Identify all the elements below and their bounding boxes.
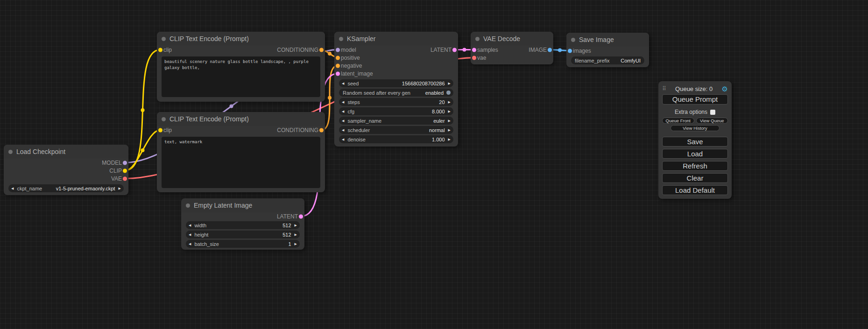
node-ksampler[interactable]: KSampler model LATENT positive negative … — [334, 32, 458, 147]
node-title: VAE Decode — [483, 35, 520, 42]
node-title-bar[interactable]: Save Image — [566, 33, 649, 47]
load-button[interactable]: Load — [662, 149, 728, 159]
increment-arrow-icon[interactable]: ▶ — [119, 187, 121, 190]
refresh-button[interactable]: Refresh — [662, 161, 728, 171]
output-slot-image[interactable] — [548, 48, 552, 52]
output-slot-latent[interactable] — [299, 214, 303, 218]
output-slot-vae[interactable] — [123, 176, 127, 181]
collapse-dot-icon[interactable] — [186, 203, 190, 208]
decrement-arrow-icon[interactable]: ◀ — [342, 100, 344, 104]
node-title-bar[interactable]: Empty Latent Image — [181, 198, 304, 212]
queue-front-button[interactable]: Queue Front — [662, 118, 694, 124]
input-slot-latent-image[interactable] — [336, 71, 340, 76]
decrement-arrow-icon[interactable]: ◀ — [189, 233, 191, 236]
collapse-dot-icon[interactable] — [475, 37, 480, 41]
widget-label: filename_prefix — [575, 58, 621, 63]
decrement-arrow-icon[interactable]: ◀ — [189, 224, 191, 227]
decrement-arrow-icon[interactable]: ◀ — [342, 110, 344, 113]
widget-scheduler[interactable]: ◀ scheduler normal ▶ — [339, 126, 453, 134]
link-midpoint-clip-negative — [141, 148, 145, 152]
widget-steps[interactable]: ◀ steps 20 ▶ — [339, 98, 453, 106]
output-slot-clip[interactable] — [123, 168, 127, 173]
output-row-clip: CLIP — [4, 167, 128, 175]
input-slot-clip[interactable] — [158, 128, 162, 132]
widget-ckpt-name[interactable]: ◀ ckpt_name v1-5-pruned-emaonly.ckpt ▶ — [8, 184, 124, 192]
increment-arrow-icon[interactable]: ▶ — [295, 224, 297, 227]
decrement-arrow-icon[interactable]: ◀ — [342, 82, 344, 85]
increment-arrow-icon[interactable]: ▶ — [448, 138, 451, 141]
decrement-arrow-icon[interactable]: ◀ — [342, 119, 344, 122]
input-row-positive: positive — [334, 54, 458, 62]
increment-arrow-icon[interactable]: ▶ — [448, 82, 451, 85]
input-slot-clip[interactable] — [158, 48, 162, 52]
input-slot-samples[interactable] — [472, 48, 476, 52]
load-default-button[interactable]: Load Default — [662, 185, 728, 195]
input-slot-positive[interactable] — [336, 56, 340, 60]
graph-canvas[interactable]: Load Checkpoint MODEL CLIP VAE ◀ ckpt_na… — [0, 0, 868, 329]
node-empty-latent-image[interactable]: Empty Latent Image LATENT ◀ width 512 ▶ … — [181, 198, 304, 250]
output-slot-conditioning[interactable] — [319, 128, 324, 132]
node-title-bar[interactable]: Load Checkpoint — [4, 145, 128, 159]
view-queue-button[interactable]: View Queue — [696, 118, 728, 124]
output-slot-conditioning[interactable] — [319, 48, 324, 52]
input-slot-images[interactable] — [568, 49, 572, 53]
input-slot-model[interactable] — [336, 48, 340, 52]
node-title-bar[interactable]: KSampler — [334, 32, 458, 46]
prompt-textarea[interactable]: text, watermark — [162, 137, 320, 188]
node-title-bar[interactable]: CLIP Text Encode (Prompt) — [157, 32, 325, 46]
clear-button[interactable]: Clear — [662, 173, 728, 183]
node-vae-decode[interactable]: VAE Decode samples IMAGE vae — [471, 32, 553, 64]
widget-batch-size[interactable]: ◀ batch_size 1 ▶ — [186, 240, 300, 248]
increment-arrow-icon[interactable]: ▶ — [295, 233, 297, 236]
decrement-arrow-icon[interactable]: ◀ — [342, 128, 344, 132]
node-clip-text-encode-negative[interactable]: CLIP Text Encode (Prompt) clip CONDITION… — [157, 112, 325, 192]
extra-options-label: Extra options — [675, 109, 707, 115]
collapse-dot-icon[interactable] — [162, 37, 166, 41]
queue-size-label: Queue size: 0 — [666, 85, 722, 92]
increment-arrow-icon[interactable]: ▶ — [448, 110, 451, 113]
collapse-dot-icon[interactable] — [8, 150, 13, 154]
view-history-button[interactable]: View History — [670, 125, 719, 131]
prompt-textarea[interactable]: beautiful scenery nature glass bottle la… — [162, 56, 320, 97]
collapse-dot-icon[interactable] — [571, 38, 575, 42]
widget-width[interactable]: ◀ width 512 ▶ — [186, 221, 300, 229]
widget-height[interactable]: ◀ height 512 ▶ — [186, 231, 300, 238]
input-slot-vae[interactable] — [472, 56, 476, 60]
increment-arrow-icon[interactable]: ▶ — [295, 242, 297, 245]
extra-options-checkbox[interactable] — [710, 110, 715, 115]
widget-filename-prefix[interactable]: filename_prefix ComfyUI — [571, 56, 644, 64]
link-midpoint-image — [558, 49, 562, 52]
widget-sampler-name[interactable]: ◀ sampler_name euler ▶ — [339, 117, 453, 125]
collapse-dot-icon[interactable] — [339, 37, 343, 41]
widget-label: seed — [347, 81, 402, 86]
input-slot-negative[interactable] — [336, 63, 340, 68]
save-button[interactable]: Save — [662, 137, 728, 147]
widget-seed[interactable]: ◀ seed 156680208700286 ▶ — [339, 79, 453, 87]
collapse-dot-icon[interactable] — [162, 117, 166, 121]
widget-cfg[interactable]: ◀ cfg 8.000 ▶ — [339, 107, 453, 115]
node-clip-text-encode-positive[interactable]: CLIP Text Encode (Prompt) clip CONDITION… — [157, 32, 325, 102]
widget-label: denoise — [347, 137, 432, 142]
decrement-arrow-icon[interactable]: ◀ — [189, 242, 191, 245]
gear-icon[interactable]: ⚙ — [722, 85, 728, 92]
node-title-bar[interactable]: CLIP Text Encode (Prompt) — [157, 112, 325, 126]
drag-handle-icon[interactable]: ⠿ — [662, 85, 666, 92]
decrement-arrow-icon[interactable]: ◀ — [342, 138, 344, 141]
output-slot-model[interactable] — [123, 161, 127, 165]
io-row-samples-image: samples IMAGE — [471, 46, 553, 54]
increment-arrow-icon[interactable]: ▶ — [448, 119, 451, 122]
queue-prompt-button[interactable]: Queue Prompt — [662, 94, 728, 105]
node-save-image[interactable]: Save Image images filename_prefix ComfyU… — [566, 33, 649, 67]
widget-denoise[interactable]: ◀ denoise 1.000 ▶ — [339, 135, 453, 143]
increment-arrow-icon[interactable]: ▶ — [448, 100, 451, 104]
decrement-arrow-icon[interactable]: ◀ — [11, 187, 14, 190]
increment-arrow-icon[interactable]: ▶ — [448, 128, 451, 132]
widget-random-seed[interactable]: Random seed after every gen enabled — [339, 89, 453, 97]
widget-value: 8.000 — [432, 109, 445, 114]
node-title-bar[interactable]: VAE Decode — [471, 32, 553, 46]
output-label-conditioning: CONDITIONING — [277, 47, 318, 53]
toggle-dot-icon[interactable] — [446, 91, 451, 95]
node-load-checkpoint[interactable]: Load Checkpoint MODEL CLIP VAE ◀ ckpt_na… — [4, 145, 128, 195]
output-slot-latent[interactable] — [452, 48, 457, 52]
output-row-vae: VAE — [4, 175, 128, 182]
